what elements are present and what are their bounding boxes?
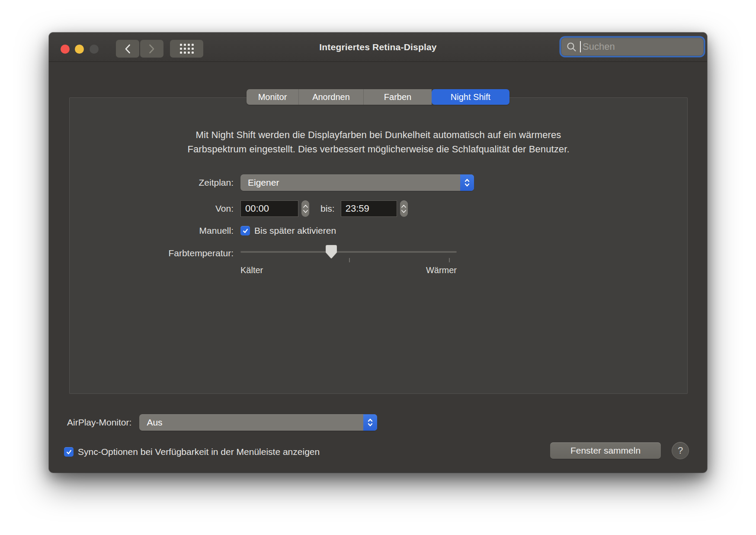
night-shift-description: Mit Night Shift werden die Displayfarben…	[69, 128, 688, 156]
tab-farben[interactable]: Farben	[363, 89, 432, 105]
slider-thumb-icon	[326, 245, 337, 259]
slider-tick	[449, 258, 450, 262]
manual-label: Manuell:	[69, 226, 234, 236]
stepper-down-icon	[401, 210, 406, 213]
stepper-up-icon	[303, 205, 308, 208]
from-label: Von:	[69, 203, 234, 214]
slider-tick	[349, 258, 350, 262]
tab-anordnen[interactable]: Anordnen	[298, 89, 363, 105]
from-time-input[interactable]	[240, 200, 298, 217]
search-input[interactable]	[583, 38, 700, 56]
manual-checkbox-label: Bis später aktivieren	[254, 226, 336, 236]
airplay-row: AirPlay-Monitor: Aus	[67, 414, 377, 431]
time-range-row: Von: bis:	[69, 200, 408, 217]
schedule-popup-value: Eigener	[240, 177, 279, 188]
slider-max-label: Wärmer	[426, 265, 457, 275]
schedule-row: Zeitplan: Eigener	[69, 174, 474, 191]
manual-row: Manuell: Bis später aktivieren	[69, 224, 336, 238]
tab-monitor[interactable]: Monitor	[247, 89, 298, 105]
schedule-popup-button[interactable]: Eigener	[240, 174, 474, 191]
tab-night-shift[interactable]: Night Shift	[432, 89, 509, 105]
color-temp-slider-thumb[interactable]	[326, 245, 337, 259]
airplay-popup-value: Aus	[139, 417, 162, 428]
manual-checkbox[interactable]	[240, 226, 250, 235]
text-cursor	[580, 41, 581, 52]
airplay-popup-button[interactable]: Aus	[139, 414, 377, 431]
to-label: bis:	[320, 203, 335, 214]
checkmark-icon	[242, 228, 249, 234]
to-time-input[interactable]	[341, 200, 397, 217]
popup-chevrons-icon	[460, 174, 474, 191]
titlebar: Integriertes Retina-Display	[49, 32, 707, 62]
color-temperature-label: Farbtemperatur:	[69, 248, 234, 258]
to-time-stepper[interactable]	[400, 200, 408, 217]
description-line-1: Mit Night Shift werden die Displayfarben…	[69, 128, 688, 142]
system-preferences-window: Integriertes Retina-Display Monitor Anor…	[49, 32, 707, 473]
checkmark-icon	[66, 449, 72, 455]
help-button[interactable]: ?	[672, 442, 689, 459]
slider-labels: Kälter Wärmer	[240, 265, 457, 275]
sync-options-label: Sync-Optionen bei Verfügbarkeit in der M…	[78, 447, 320, 457]
search-icon	[567, 42, 577, 52]
stepper-down-icon	[303, 210, 308, 213]
schedule-label: Zeitplan:	[69, 177, 234, 188]
color-temperature-row: Farbtemperatur:	[69, 245, 240, 262]
desktop-background: Integriertes Retina-Display Monitor Anor…	[0, 0, 756, 535]
slider-track[interactable]	[240, 251, 457, 253]
color-temperature-slider[interactable]	[240, 243, 457, 263]
description-line-2: Farbspektrum eingestellt. Dies verbesser…	[69, 142, 688, 156]
slider-min-label: Kälter	[240, 265, 263, 275]
display-tabs: Monitor Anordnen Farben Night Shift	[247, 89, 509, 105]
stepper-up-icon	[401, 205, 406, 208]
airplay-label: AirPlay-Monitor:	[67, 417, 131, 428]
sync-options-row: Sync-Optionen bei Verfügbarkeit in der M…	[64, 444, 320, 460]
search-field[interactable]	[561, 38, 704, 56]
popup-chevrons-icon	[363, 414, 377, 431]
from-time-stepper[interactable]	[301, 200, 309, 217]
sync-options-checkbox[interactable]	[64, 447, 74, 457]
gather-windows-button[interactable]: Fenster sammeln	[550, 442, 661, 459]
